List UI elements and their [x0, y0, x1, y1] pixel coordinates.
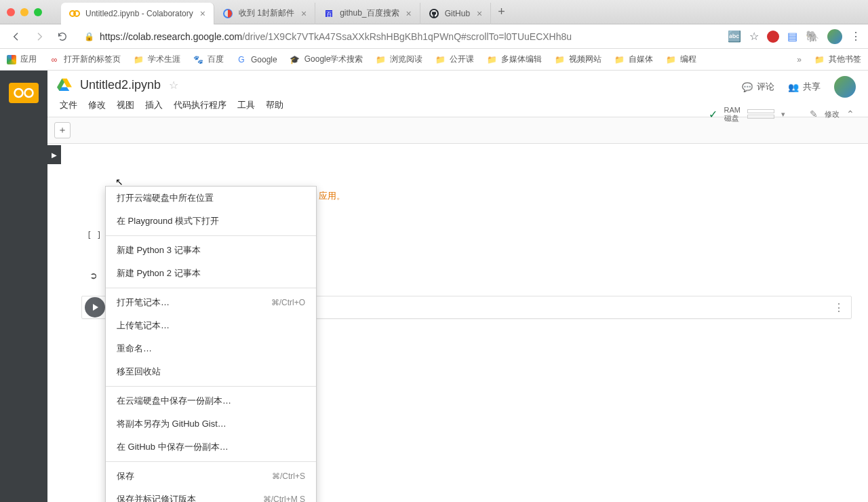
- menu-item-shortcut: ⌘/Ctrl+M S: [263, 495, 305, 502]
- bookmark-icon: 📁: [486, 54, 497, 65]
- tab-title: GitHub: [445, 9, 470, 18]
- reload-button[interactable]: [53, 27, 72, 46]
- tab-title: 收到 1封新邮件: [239, 7, 294, 19]
- menu-item-label: 打开云端硬盘中所在位置: [117, 192, 214, 204]
- lock-icon: 🔒: [84, 32, 94, 41]
- bookmark-item[interactable]: 📁多媒体编辑: [486, 54, 542, 65]
- menu-item[interactable]: 保存并标记修订版本⌘/Ctrl+M S: [106, 488, 316, 502]
- other-bookmarks[interactable]: 📁其他书签: [814, 54, 861, 65]
- window-minimize-button[interactable]: [20, 8, 28, 16]
- tab-favicon: [69, 8, 80, 19]
- tab-close-button[interactable]: ×: [406, 8, 412, 19]
- browser-menu-icon[interactable]: ⋮: [850, 30, 861, 43]
- cell-menu-button[interactable]: ⋮: [833, 301, 844, 314]
- apps-button[interactable]: 应用: [7, 54, 37, 65]
- menu-item[interactable]: 保存⌘/Ctrl+S: [106, 465, 316, 488]
- address-bar[interactable]: 🔒 https://colab.research.google.com/driv…: [76, 27, 721, 46]
- tab-close-button[interactable]: ×: [477, 8, 482, 19]
- menu-item[interactable]: 上传笔记本…: [106, 314, 316, 337]
- window-maximize-button[interactable]: [34, 8, 42, 16]
- resource-dropdown[interactable]: ▾: [781, 110, 785, 119]
- ext-avatar-icon[interactable]: [827, 29, 842, 44]
- ext-doc-icon[interactable]: ▤: [787, 30, 797, 43]
- user-avatar[interactable]: [834, 76, 856, 98]
- tab-close-button[interactable]: ×: [301, 8, 307, 19]
- comment-button[interactable]: 💬评论: [742, 81, 774, 93]
- bookmark-item[interactable]: ∞打开新的标签页: [49, 54, 121, 65]
- browser-tab[interactable]: GitHub×: [420, 3, 492, 24]
- comment-icon: 💬: [742, 82, 753, 92]
- menu-item[interactable]: 新建 Python 3 记事本: [106, 239, 316, 262]
- output-text: 应用。: [319, 190, 841, 202]
- menu-修改[interactable]: 修改: [88, 99, 106, 111]
- bookmark-item[interactable]: 📁编程: [665, 54, 696, 65]
- bookmark-item[interactable]: 📁学术生涯: [133, 54, 180, 65]
- menu-帮助[interactable]: 帮助: [266, 99, 283, 111]
- cell-output-marker: ➲: [90, 270, 98, 281]
- menu-item[interactable]: 将副本另存为 GitHub Gist…: [106, 412, 316, 436]
- tab-title: Untitled2.ipynb - Colaboratory: [85, 9, 193, 18]
- bookmark-item[interactable]: 📁公开课: [435, 54, 474, 65]
- colab-logo[interactable]: [9, 83, 39, 103]
- bookmark-item[interactable]: 📁视频网站: [554, 54, 601, 65]
- browser-tab[interactable]: Untitled2.ipynb - Colaboratory×: [61, 3, 214, 24]
- bookmark-item[interactable]: 📁浏览阅读: [375, 54, 422, 65]
- browser-titlebar: Untitled2.ipynb - Colaboratory×收到 1封新邮件×…: [0, 0, 868, 24]
- tab-favicon: 百: [323, 8, 334, 19]
- url-host: https://colab.research.google.com: [100, 31, 242, 42]
- edit-mode-button[interactable]: 修改: [825, 109, 840, 119]
- ext-infinity-icon[interactable]: [767, 31, 779, 43]
- bookmark-item[interactable]: 📁自媒体: [614, 54, 653, 65]
- ext-evernote-icon[interactable]: 🐘: [806, 30, 819, 43]
- doc-title[interactable]: Untitled2.ipynb: [80, 78, 161, 92]
- menu-插入[interactable]: 插入: [145, 99, 163, 111]
- menu-item-label: 在云端硬盘中保存一份副本…: [117, 395, 231, 407]
- browser-tab[interactable]: 百github_百度搜索×: [315, 3, 420, 24]
- bookmark-item[interactable]: 🐾百度: [193, 54, 224, 65]
- menu-视图[interactable]: 视图: [117, 99, 134, 111]
- ext-translate-icon[interactable]: 🔤: [728, 30, 741, 43]
- menu-item[interactable]: 打开笔记本…⌘/Ctrl+O: [106, 291, 316, 314]
- menu-item-label: 新建 Python 3 记事本: [117, 244, 201, 256]
- bookmark-icon: 📁: [614, 54, 625, 65]
- menu-文件[interactable]: 文件: [60, 99, 77, 111]
- menu-item[interactable]: 在云端硬盘中保存一份副本…: [106, 389, 316, 412]
- tab-close-button[interactable]: ×: [200, 8, 205, 19]
- bookmark-item[interactable]: GGoogle: [236, 54, 277, 65]
- menu-代码执行程序[interactable]: 代码执行程序: [174, 99, 226, 111]
- menu-item[interactable]: 在 GitHub 中保存一份副本…: [106, 436, 316, 459]
- bookmarks-overflow[interactable]: »: [797, 55, 802, 64]
- collapse-button[interactable]: ⌃: [846, 109, 854, 119]
- tab-favicon: [429, 8, 439, 19]
- menu-item[interactable]: 移至回收站: [106, 360, 316, 383]
- star-icon[interactable]: ☆: [169, 79, 178, 92]
- add-code-button[interactable]: ＋: [54, 122, 71, 138]
- svg-text:百: 百: [326, 11, 332, 18]
- menu-item-label: 保存并标记修订版本: [117, 493, 196, 502]
- browser-tab[interactable]: 收到 1封新邮件×: [214, 3, 315, 24]
- ext-star-icon[interactable]: ☆: [749, 30, 759, 43]
- window-close-button[interactable]: [7, 8, 15, 16]
- forward-button[interactable]: [30, 27, 49, 46]
- menu-item-shortcut: ⌘/Ctrl+O: [271, 298, 305, 307]
- menu-item-label: 保存: [117, 470, 134, 482]
- share-button[interactable]: 👥共享: [788, 81, 821, 93]
- drive-icon: [57, 77, 72, 92]
- file-menu-dropdown: 打开云端硬盘中所在位置在 Playground 模式下打开新建 Python 3…: [105, 186, 317, 502]
- menu-item[interactable]: 重命名…: [106, 337, 316, 360]
- bookmark-item[interactable]: 🎓Google学术搜索: [290, 54, 363, 65]
- menu-工具[interactable]: 工具: [237, 99, 255, 111]
- menu-item[interactable]: 打开云端硬盘中所在位置: [106, 187, 316, 210]
- bookmark-icon: ∞: [49, 54, 60, 65]
- menu-item[interactable]: 在 Playground 模式下打开: [106, 210, 316, 233]
- bookmark-icon: 🎓: [290, 54, 300, 65]
- bookmark-icon: 📁: [554, 54, 565, 65]
- new-tab-button[interactable]: +: [491, 5, 512, 19]
- bookmarks-bar: 应用 ∞打开新的标签页📁学术生涯🐾百度GGoogle🎓Google学术搜索📁浏览…: [0, 49, 868, 71]
- back-button[interactable]: [7, 27, 26, 46]
- menu-item-label: 移至回收站: [117, 366, 161, 378]
- bookmark-icon: 🐾: [193, 54, 203, 65]
- run-button[interactable]: [85, 297, 105, 317]
- menu-item[interactable]: 新建 Python 2 记事本: [106, 262, 316, 285]
- status-bar: ✓ RAM 磁盘 ▾ ✎ 修改 ⌃: [709, 106, 854, 122]
